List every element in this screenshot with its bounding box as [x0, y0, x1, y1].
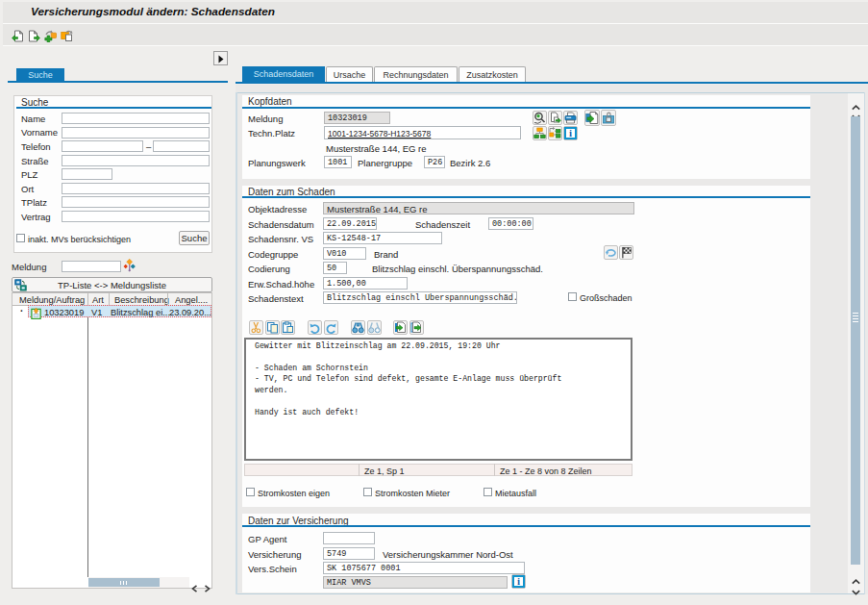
undo-icon[interactable]: [604, 245, 618, 260]
import-text-icon[interactable]: [393, 320, 408, 335]
row-beschreibung[interactable]: Blitzschlag ei...: [111, 307, 170, 318]
name-input[interactable]: [62, 113, 210, 124]
find-next-icon[interactable]: [367, 320, 382, 335]
panel-top-line: [237, 92, 864, 93]
bezirk-text: Bezirk 2.6: [450, 158, 490, 169]
undo-arrow-icon[interactable]: [308, 320, 322, 335]
grossschaden-checkbox[interactable]: [568, 292, 577, 301]
linked-doc-icon[interactable]: [548, 111, 562, 125]
checkered-flag-icon[interactable]: [619, 245, 633, 260]
versicherung-label: Versicherung: [248, 549, 301, 561]
tab-suche[interactable]: Suche: [16, 68, 64, 82]
stromkosten-mieter-label: Stromkosten Mieter: [375, 488, 450, 499]
vertrag-input[interactable]: [62, 211, 210, 222]
svg-text:i: i: [517, 575, 520, 587]
hierarchy-icon[interactable]: [533, 126, 547, 140]
schadensdatum-field[interactable]: [323, 217, 377, 230]
other-object-icon[interactable]: [12, 29, 24, 41]
text-editor[interactable]: Gewitter mit Blitzeinschlag am 22.09.201…: [244, 338, 632, 461]
right-chevron-icon[interactable]: [204, 579, 211, 596]
table-column-divider[interactable]: [87, 305, 88, 577]
codierung-text: Blitzschlag einschl. Überspannungsschäd.: [372, 264, 543, 275]
copy-icon[interactable]: [265, 320, 280, 335]
codegruppe-field[interactable]: [323, 247, 366, 260]
editor-text[interactable]: Gewitter mit Blitzeinschlag am 22.09.201…: [246, 340, 631, 417]
expand-panel-button[interactable]: [213, 51, 228, 65]
find-icon[interactable]: [351, 320, 365, 335]
v-scrollbar-grip: [853, 313, 858, 322]
row-bullet: ·: [20, 306, 23, 317]
lock-icon[interactable]: [601, 110, 616, 126]
versschein-field[interactable]: [323, 562, 525, 574]
meldung-input[interactable]: [62, 261, 121, 272]
technplatz-label: Techn.Platz: [248, 128, 295, 139]
search-group-underline: [16, 107, 211, 109]
schadensnr-field[interactable]: [323, 232, 442, 244]
tplatz-input[interactable]: [62, 196, 210, 208]
versicherung-field[interactable]: [323, 547, 375, 560]
left-tabstrip-underline: [8, 81, 228, 83]
notification-doc-icon: [31, 306, 41, 316]
schadenstext-label: Schadenstext: [248, 293, 304, 305]
mietausfall-checkbox[interactable]: [484, 488, 492, 496]
schaden-underline: [242, 196, 810, 198]
versicherung-text: Versicherungskammer Nord-Ost: [383, 549, 513, 561]
row-meldung[interactable]: 10323019: [44, 307, 84, 318]
structure-list-icon[interactable]: [548, 126, 562, 140]
objektadresse-label: Objektadresse: [248, 204, 307, 215]
meldungsliste-table: [12, 292, 212, 589]
erwschad-field[interactable]: [323, 277, 408, 290]
plz-input[interactable]: [62, 168, 112, 180]
technplatz-field[interactable]: [324, 126, 521, 139]
strasse-input[interactable]: [62, 155, 210, 166]
print-icon[interactable]: [563, 111, 578, 125]
kopf-meldung-field: [324, 112, 390, 124]
svg-text:i: i: [569, 127, 572, 139]
tab-schadensdaten[interactable]: Schadensdaten: [242, 66, 325, 82]
paste-icon[interactable]: [281, 320, 295, 335]
stromkosten-eigen-checkbox[interactable]: [246, 488, 255, 496]
codegruppe-label: Codegruppe: [248, 249, 298, 261]
search-doc-icon[interactable]: [533, 111, 547, 125]
schadenstext-field[interactable]: [323, 291, 517, 304]
telefon-input[interactable]: [62, 140, 143, 152]
v-scrollbar-thumb[interactable]: [851, 116, 860, 565]
down-chevron-bottom-icon[interactable]: [852, 582, 860, 599]
row-angelegt[interactable]: 23.09.20...: [169, 307, 211, 318]
ort-label: Ort: [21, 184, 34, 195]
inakt-mvs-checkbox[interactable]: [16, 234, 25, 242]
planungswerk-field[interactable]: [324, 156, 352, 168]
search-button[interactable]: Suche: [179, 231, 210, 245]
vorname-input[interactable]: [62, 127, 210, 139]
copy-object-icon[interactable]: [61, 29, 73, 41]
tab-rechnungsdaten[interactable]: Rechnungsdaten: [374, 66, 458, 82]
kopfdaten-underline: [242, 107, 810, 109]
tp-liste-button[interactable]: TP-Liste <-> Meldungsliste: [12, 277, 212, 292]
left-chevron-icon[interactable]: [191, 579, 198, 596]
transfer-doc-icon[interactable]: [584, 110, 600, 126]
inakt-mvs-label: inakt. MVs berücksichtigen: [28, 234, 131, 245]
meldung-value-help-icon[interactable]: [123, 259, 136, 272]
tab-ursache[interactable]: Ursache: [326, 66, 373, 82]
next-object-icon[interactable]: [28, 29, 40, 41]
cut-icon[interactable]: [249, 320, 263, 335]
export-text-icon[interactable]: [409, 320, 424, 335]
info-icon[interactable]: i: [563, 126, 578, 140]
vertrag-info-icon[interactable]: i: [511, 574, 526, 589]
tab-zusatzkosten[interactable]: Zusatzkosten: [459, 66, 526, 82]
schadenszeit-field[interactable]: [488, 217, 533, 230]
statusbar-cursor-pos: Ze 1, Sp 1: [364, 466, 405, 477]
planergruppe-field[interactable]: [424, 156, 445, 168]
redo-arrow-icon[interactable]: [324, 320, 338, 335]
row-art[interactable]: V1: [91, 307, 102, 318]
strasse-label: Straße: [21, 156, 49, 167]
ort-input[interactable]: [62, 183, 210, 194]
gpagent-label: GP Agent: [248, 534, 287, 545]
planungswerk-label: Planungswerk: [248, 158, 306, 169]
create-object-icon[interactable]: [44, 29, 57, 41]
codierung-field[interactable]: [323, 262, 347, 274]
gpagent-field[interactable]: [323, 532, 375, 544]
stromkosten-mieter-checkbox[interactable]: [363, 488, 372, 496]
vertrag-field: [323, 576, 508, 589]
telefon-input-2[interactable]: [153, 140, 210, 152]
